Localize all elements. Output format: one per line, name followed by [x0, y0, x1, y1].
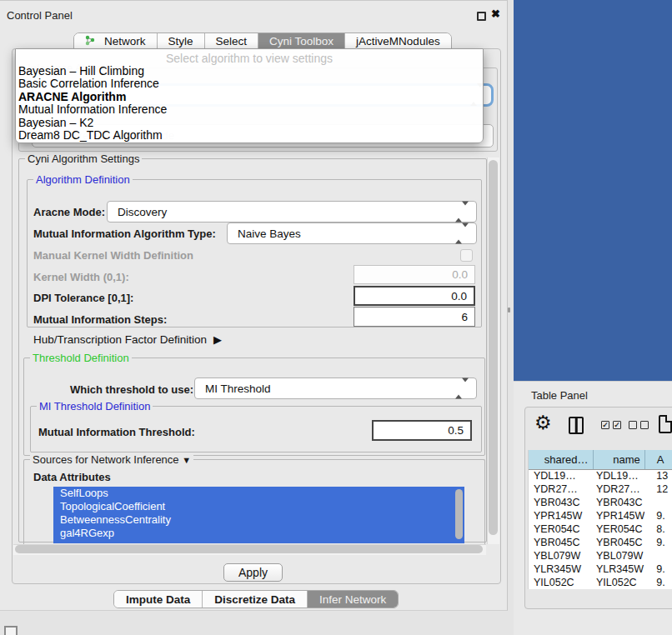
- cytoscape-desktop: GAL7GAL80GAL10GAL1GAL11SWI4GAL4GCY1HAP4Y…: [514, 0, 672, 381]
- tab-label: Select: [216, 35, 248, 48]
- aracne-mode-value: Discovery: [118, 206, 167, 218]
- tab-label: Cyni Toolbox: [269, 35, 333, 48]
- apply-button-label: Apply: [238, 566, 268, 579]
- kernel-width-field: 0.0: [354, 265, 475, 284]
- mi-type-value: Naive Bayes: [238, 228, 301, 240]
- panel-divider-handle[interactable]: [508, 308, 510, 312]
- table-row[interactable]: YBL079WYBL079W: [529, 549, 672, 562]
- table-cell: YPR145W: [593, 509, 644, 522]
- table-panel: Table Panel ⚙ ✓ ✓ shared…nameA YDL19…YDL…: [514, 381, 672, 635]
- dropdown-item[interactable]: Bayesian – K2: [16, 117, 483, 129]
- hub-definition-expander[interactable]: Hub/Transcription Factor Definition▶: [33, 333, 222, 346]
- data-attributes-list[interactable]: SelfLoopsTopologicalCoefficientBetweenne…: [53, 487, 464, 543]
- dropdown-item[interactable]: ARACNE Algorithm: [16, 91, 483, 103]
- table-cell: YBR043C: [593, 496, 644, 509]
- node-table: shared…nameA YDL19…YDL19…13YDR27…YDR27…1…: [528, 450, 672, 589]
- tab-cyni-toolbox[interactable]: Cyni Toolbox: [258, 33, 344, 49]
- table-header-cell[interactable]: A: [644, 450, 672, 469]
- dpi-tolerance-field[interactable]: 0.0: [354, 286, 475, 306]
- aracne-mode-combo[interactable]: Discovery: [107, 201, 477, 222]
- sources-group-title[interactable]: Sources for Network Inference ▼: [30, 453, 193, 466]
- data-attributes-label: Data Attributes: [33, 471, 111, 483]
- tab-jactivemnodules[interactable]: jActiveMNodules: [344, 33, 451, 49]
- table-cell: YIL052C: [529, 576, 593, 589]
- table-header-cell[interactable]: shared…: [529, 450, 593, 469]
- mi-steps-field[interactable]: 6: [354, 307, 475, 327]
- tab-infer-network[interactable]: Infer Network: [307, 591, 398, 608]
- dropdown-item-list: Bayesian – Hill ClimbingBasic Correlatio…: [16, 65, 483, 142]
- dropdown-placeholder: Select algorithm to view settings: [16, 49, 483, 65]
- attribute-list-item[interactable]: gal4RGexp: [53, 527, 464, 540]
- table-cell: YER054C: [529, 522, 593, 536]
- table-cell: YIL052C: [593, 576, 644, 589]
- mi-threshold-label: Mutual Information Threshold:: [38, 426, 195, 438]
- cyni-bottom-tabs: Impute DataDiscretize DataInfer Network: [113, 590, 399, 608]
- dpi-tolerance-value: 0.0: [451, 290, 467, 302]
- manual-kernel-label: Manual Kernel Width Definition: [33, 249, 193, 262]
- mi-type-combo[interactable]: Naive Bayes: [227, 222, 477, 244]
- expander-right-icon: ▶: [213, 333, 222, 346]
- table-panel-body: ⚙ ✓ ✓ shared…nameA YDL19…YDL19…13YDR27…Y…: [524, 407, 672, 609]
- sources-title-text: Sources for Network Inference: [33, 453, 179, 466]
- threshold-definition-title: Threshold Definition: [30, 352, 132, 364]
- dropdown-item[interactable]: Mutual Information Inference: [16, 103, 483, 116]
- tab-discretize-data[interactable]: Discretize Data: [202, 591, 307, 608]
- close-panel-icon[interactable]: ✖: [491, 8, 500, 20]
- columns-icon[interactable]: [569, 417, 584, 434]
- table-header-row[interactable]: shared…nameA: [529, 450, 672, 469]
- table-row[interactable]: YPR145WYPR145W9.: [529, 509, 672, 522]
- settings-vertical-scrollbar-thumb[interactable]: [489, 160, 498, 535]
- manual-kernel-checkbox[interactable]: [460, 249, 473, 262]
- attribute-list-scrollbar[interactable]: [455, 489, 463, 539]
- dropdown-item[interactable]: Dream8 DC_TDC Algorithm: [16, 129, 483, 142]
- tab-impute-data[interactable]: Impute Data: [114, 591, 202, 608]
- deselect-all-checkboxes-icon[interactable]: [629, 421, 649, 429]
- checked-box-icon: ✓: [601, 421, 609, 429]
- settings-horizontal-scrollbar-thumb[interactable]: [15, 545, 483, 553]
- tab-label: jActiveMNodules: [356, 35, 440, 48]
- table-cell: YDL19…: [593, 469, 644, 482]
- export-table-icon[interactable]: [659, 415, 672, 433]
- tab-select[interactable]: Select: [204, 33, 258, 49]
- tab-label: Network: [104, 35, 146, 48]
- attribute-list-item[interactable]: TopologicalCoefficient: [53, 500, 464, 513]
- attribute-list-item[interactable]: SelfLoops: [53, 487, 464, 500]
- table-row[interactable]: YDR27…YDR27…12: [529, 482, 672, 496]
- unchecked-box-icon: [640, 421, 649, 429]
- table-cell: [644, 496, 672, 509]
- mi-steps-value: 6: [461, 311, 468, 323]
- select-all-checkboxes-icon[interactable]: ✓ ✓: [601, 421, 621, 429]
- tab-label: Style: [168, 35, 193, 48]
- table-header-cell[interactable]: name: [593, 450, 644, 469]
- dropdown-item[interactable]: Basic Correlation Inference: [16, 78, 483, 90]
- control-panel-tabs: NetworkStyleSelectCyni ToolboxjActiveMNo…: [73, 32, 452, 50]
- tab-network[interactable]: Network: [74, 33, 157, 49]
- mi-steps-label: Mutual Information Steps:: [33, 313, 167, 326]
- table-row[interactable]: YBR045CYBR045C9.: [529, 536, 672, 549]
- which-threshold-combo[interactable]: MI Threshold: [194, 378, 477, 399]
- table-row[interactable]: YBR043CYBR043C: [529, 496, 672, 509]
- mi-type-label: Mutual Information Algorithm Type:: [33, 228, 216, 240]
- mi-threshold-field[interactable]: 0.5: [372, 420, 472, 441]
- algorithm-dropdown-popup: Select algorithm to view settings Bayesi…: [15, 48, 484, 143]
- hub-definition-label: Hub/Transcription Factor Definition: [33, 333, 207, 346]
- apply-button[interactable]: Apply: [223, 563, 283, 582]
- table-row[interactable]: YDL19…YDL19…13: [529, 469, 672, 482]
- minimized-panel-icon[interactable]: [4, 626, 18, 635]
- aracne-mode-label: Aracne Mode:: [33, 206, 105, 218]
- gear-icon[interactable]: ⚙: [534, 412, 552, 434]
- float-panel-icon[interactable]: [477, 12, 486, 21]
- combo-stepper-icon: [455, 382, 469, 395]
- kernel-width-value: 0.0: [452, 268, 468, 281]
- attribute-list-item[interactable]: BetweennessCentrality: [53, 513, 464, 527]
- dropdown-item[interactable]: Bayesian – Hill Climbing: [16, 65, 483, 78]
- table-row[interactable]: YLR345WYLR345W9.: [529, 562, 672, 576]
- tab-style[interactable]: Style: [157, 33, 204, 49]
- control-panel-title: Control Panel: [7, 9, 73, 22]
- table-row[interactable]: YIL052CYIL052C9.: [529, 576, 672, 589]
- table-cell: YBR045C: [593, 536, 644, 549]
- table-cell: YLR345W: [593, 562, 644, 576]
- table-cell: 9.: [644, 509, 672, 522]
- combo-stepper-icon: [455, 206, 469, 218]
- table-row[interactable]: YER054CYER054C8.: [529, 522, 672, 536]
